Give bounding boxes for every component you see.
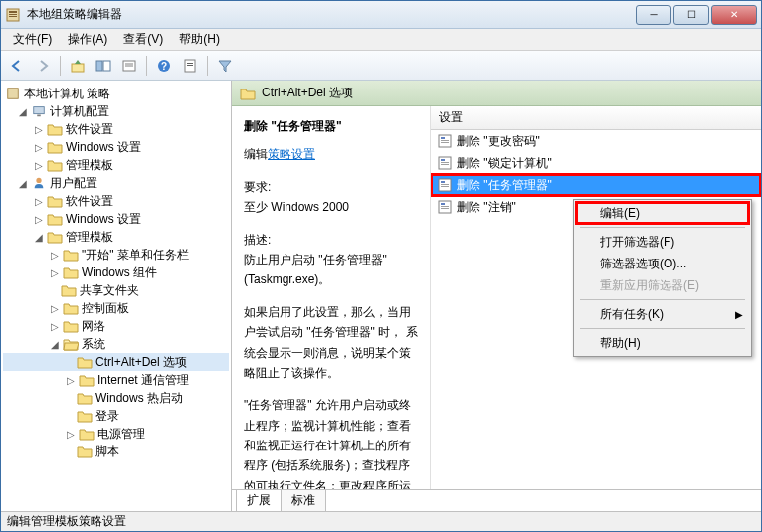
svg-rect-28 <box>441 181 445 183</box>
setting-item[interactable]: 删除 "锁定计算机" <box>431 152 761 174</box>
expand-icon[interactable]: ▷ <box>49 266 61 278</box>
tree-ctrl-alt-del[interactable]: Ctrl+Alt+Del 选项 <box>3 353 229 371</box>
expand-icon[interactable]: ▷ <box>33 159 45 171</box>
tree-network[interactable]: ▷ 网络 <box>3 317 229 335</box>
close-button[interactable]: ✕ <box>711 5 757 25</box>
computer-icon <box>31 103 47 119</box>
folder-icon <box>240 86 256 101</box>
tab-standard[interactable]: 标准 <box>281 490 326 511</box>
expand-icon[interactable]: ▷ <box>33 141 45 153</box>
statusbar: 编辑管理模板策略设置 <box>1 511 761 531</box>
menu-action[interactable]: 操作(A) <box>60 29 115 50</box>
svg-rect-16 <box>34 107 45 114</box>
settings-column-header[interactable]: 设置 <box>431 106 761 130</box>
tree-label: 计算机配置 <box>50 103 109 120</box>
expand-icon[interactable]: ▷ <box>65 428 77 440</box>
ctx-all-tasks[interactable]: 所有任务(K)▶ <box>576 303 749 325</box>
tree-control-panel[interactable]: ▷ 控制面板 <box>3 299 229 317</box>
folder-icon <box>77 408 93 424</box>
tree-user-templates[interactable]: ◢ 管理模板 <box>3 228 229 246</box>
svg-rect-26 <box>441 164 449 165</box>
tree-comp-software[interactable]: ▷ 软件设置 <box>3 120 229 138</box>
up-level-button[interactable] <box>66 54 90 78</box>
tree-script[interactable]: 脚本 <box>3 443 229 460</box>
ctx-edit[interactable]: 编辑(E) <box>576 202 749 224</box>
expand-icon[interactable]: ▷ <box>65 374 77 386</box>
folder-icon <box>79 372 95 388</box>
maximize-button[interactable]: ☐ <box>673 5 709 25</box>
tree-shared-folders[interactable]: 共享文件夹 <box>3 281 229 299</box>
svg-rect-15 <box>8 89 19 99</box>
context-menu: 编辑(E) 打开筛选器(F) 筛选器选项(O)... 重新应用筛选器(E) 所有… <box>573 199 752 357</box>
tree-win-components[interactable]: ▷ Windows 组件 <box>3 264 229 281</box>
tree-user-windows[interactable]: ▷ Windows 设置 <box>3 210 229 228</box>
tree-label: 系统 <box>82 336 105 353</box>
folder-icon <box>47 139 63 155</box>
toolbar: ? <box>1 51 761 81</box>
help-button[interactable]: ? <box>152 54 176 78</box>
tree-comp-templates[interactable]: ▷ 管理模板 <box>3 156 229 174</box>
tree-label: 管理模板 <box>66 157 113 174</box>
tree-computer-config[interactable]: ◢ 计算机配置 <box>3 102 229 120</box>
svg-rect-30 <box>441 186 449 187</box>
back-button[interactable] <box>5 54 29 78</box>
collapse-icon[interactable]: ◢ <box>17 105 29 117</box>
tree-pane[interactable]: 本地计算机 策略 ◢ 计算机配置 ▷ 软件设置 ▷ Windows 设置 <box>1 81 232 511</box>
tree-comp-windows[interactable]: ▷ Windows 设置 <box>3 138 229 156</box>
folder-icon <box>47 157 63 173</box>
folder-icon <box>47 229 63 245</box>
folder-icon <box>63 265 79 280</box>
collapse-icon[interactable]: ◢ <box>17 177 29 189</box>
description-pane: 删除 "任务管理器" 编辑策略设置 要求: 至少 Windows 2000 描述… <box>232 106 431 489</box>
svg-rect-29 <box>441 184 449 185</box>
properties-button[interactable] <box>178 54 202 78</box>
ctx-filter-on[interactable]: 打开筛选器(F) <box>576 231 749 253</box>
minimize-button[interactable]: ─ <box>636 5 671 25</box>
menu-help[interactable]: 帮助(H) <box>171 29 228 50</box>
menu-view[interactable]: 查看(V) <box>115 29 171 50</box>
tree-label: 用户配置 <box>50 175 97 192</box>
expand-icon[interactable]: ▷ <box>49 302 61 314</box>
tree-power-mgmt[interactable]: ▷ 电源管理 <box>3 425 229 443</box>
folder-icon <box>63 318 79 334</box>
tree-system[interactable]: ◢ 系统 <box>3 335 229 353</box>
export-list-button[interactable] <box>117 54 141 78</box>
collapse-icon[interactable]: ◢ <box>33 231 45 243</box>
filter-button[interactable] <box>213 54 237 78</box>
expand-icon[interactable]: ▷ <box>33 213 45 225</box>
tree-root[interactable]: 本地计算机 策略 <box>3 85 229 102</box>
edit-policy-link[interactable]: 策略设置 <box>268 147 315 161</box>
ctx-filter-options[interactable]: 筛选器选项(O)... <box>576 253 749 274</box>
tree-win-boot[interactable]: Windows 热启动 <box>3 389 229 407</box>
tab-extended[interactable]: 扩展 <box>236 490 282 511</box>
setting-item[interactable]: 删除 "更改密码" <box>431 130 761 152</box>
tree-login[interactable]: 登录 <box>3 407 229 425</box>
svg-rect-34 <box>441 208 449 209</box>
tree-label: Windows 热启动 <box>95 390 183 407</box>
ctx-filter-reapply: 重新应用筛选器(E) <box>576 274 749 296</box>
tree-user-config[interactable]: ◢ 用户配置 <box>3 174 229 192</box>
tree-start-menu[interactable]: ▷ "开始" 菜单和任务栏 <box>3 246 229 264</box>
description-text-2: 如果启用了此设置，那么，当用户尝试启动 "任务管理器" 时， 系统会显示一则消息… <box>244 302 418 384</box>
expand-icon[interactable]: ▷ <box>33 123 45 135</box>
setting-item-selected[interactable]: 删除 "任务管理器" <box>431 174 761 196</box>
tree-internet-mgmt[interactable]: ▷ Internet 通信管理 <box>3 371 229 389</box>
forward-button[interactable] <box>31 54 55 78</box>
folder-icon <box>47 211 63 227</box>
svg-rect-2 <box>9 14 17 15</box>
tree-user-software[interactable]: ▷ 软件设置 <box>3 192 229 210</box>
setting-title: 删除 "任务管理器" <box>244 116 418 136</box>
menu-file[interactable]: 文件(F) <box>5 29 60 50</box>
expand-icon[interactable]: ▷ <box>49 320 61 332</box>
submenu-arrow-icon: ▶ <box>735 309 743 320</box>
expand-icon[interactable]: ▷ <box>33 195 45 207</box>
setting-label: 删除 "锁定计算机" <box>457 155 552 172</box>
policy-item-icon <box>437 177 453 193</box>
ctx-help[interactable]: 帮助(H) <box>576 332 749 354</box>
tree-label: 软件设置 <box>66 193 113 210</box>
show-hide-tree-button[interactable] <box>92 54 115 78</box>
tree-label: Ctrl+Alt+Del 选项 <box>95 354 187 371</box>
collapse-icon[interactable]: ◢ <box>49 338 61 350</box>
tree-label: Windows 组件 <box>82 265 157 281</box>
expand-icon[interactable]: ▷ <box>49 249 61 261</box>
